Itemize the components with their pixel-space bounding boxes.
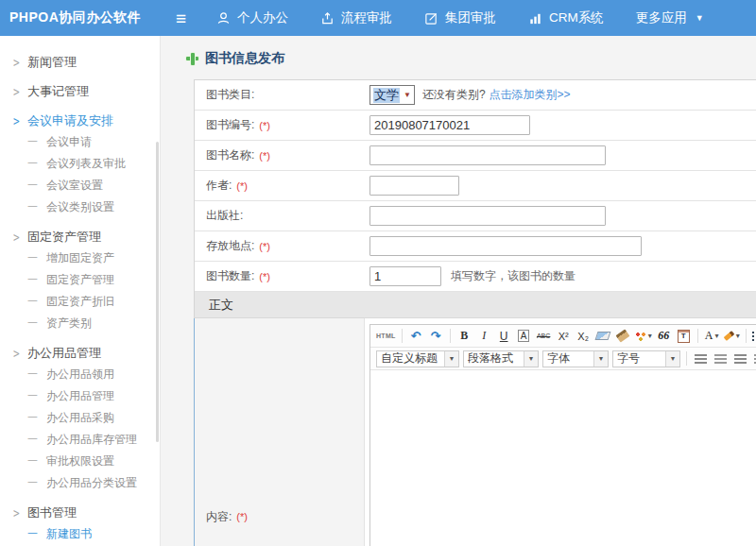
chevron-right-icon: > [13,55,27,71]
hamburger-menu-icon[interactable]: ≡ [168,9,194,27]
sidebar-item-9[interactable]: 一增加固定资产 [0,247,160,269]
align-left-icon[interactable] [693,350,709,367]
strikethrough-icon[interactable]: ABC [536,328,552,345]
sidebar-scrollbar[interactable] [156,142,159,442]
format-brush-icon[interactable] [615,328,631,345]
dash-icon: 一 [27,251,38,265]
ordered-list-icon[interactable]: ▾ [752,328,756,345]
sidebar-item-17[interactable]: 一办公用品库存管理 [0,429,160,451]
sidebar-item-4[interactable]: 一会议申请 [0,131,160,153]
topnav-item-1[interactable]: 个人办公 [216,9,288,26]
superscript-icon[interactable]: X² [556,328,572,345]
topnav-label: 流程审批 [341,9,392,26]
main-content: 图书信息发布 图书类目:文学▼还没有类别?点击添加类别>>图书编号:(*)图书名… [161,36,756,546]
app-logo: PHPOA协同办公软件 [0,9,163,26]
sidebar-item-20[interactable]: >图书管理 [0,503,160,523]
book-quantity-input[interactable] [369,266,441,286]
chevron-right-icon: > [13,84,27,100]
form-row-book-category: 图书类目:文学▼还没有类别?点击添加类别>> [195,80,756,111]
justify-icon[interactable] [752,350,756,367]
paragraph-format-select[interactable]: 段落格式▼ [463,350,539,367]
sidebar-item-2[interactable]: >大事记管理 [0,81,160,102]
sidebar-item-1[interactable]: >新闻管理 [0,52,160,73]
book-name-input[interactable] [369,145,606,165]
sidebar-item-label: 审批权限设置 [46,453,114,469]
form-value-cell [365,236,756,256]
editor-toolbar-row2: 自定义标题▼段落格式▼字体▼字号▼ [370,348,756,370]
required-mark: (*) [236,180,248,192]
toolbar-separator [746,329,747,343]
italic-icon[interactable]: I [476,328,492,345]
sidebar-item-15[interactable]: 一办公用品管理 [0,385,160,407]
underline-icon[interactable]: U [496,328,512,345]
book-form-table: 图书类目:文学▼还没有类别?点击添加类别>>图书编号:(*)图书名称:(*)作者… [194,79,756,546]
highlight-icon[interactable]: ▾ [724,328,740,345]
sidebar-item-label: 会议列表及审批 [46,156,126,172]
align-right-icon[interactable] [732,350,748,367]
sidebar-item-11[interactable]: 一固定资产折旧 [0,291,160,313]
sidebar-item-label: 固定资产管理 [46,272,114,288]
select-caret-icon: ▼ [444,351,458,367]
add-plus-icon [186,53,198,65]
storage-location-input[interactable] [369,236,642,256]
topnav-item-3[interactable]: 集团审批 [424,9,496,26]
color-palette-icon[interactable]: ▾ [635,328,652,345]
select-label: 自定义标题 [381,350,438,367]
form-label-cell: 出版社: [195,208,365,224]
sidebar-item-3[interactable]: >会议申请及安排 [0,111,160,131]
sidebar-item-13[interactable]: >办公用品管理 [0,343,160,364]
eraser-icon[interactable] [595,328,611,345]
html-source-icon[interactable]: HTML [376,328,396,345]
paste-text-icon[interactable]: T [676,328,692,345]
form-value-cell [365,176,756,196]
sidebar-item-label: 增加固定资产 [46,250,114,266]
sidebar-item-19[interactable]: 一办公用品分类设置 [0,472,160,494]
sidebar-item-6[interactable]: 一会议室设置 [0,175,160,196]
select-label: 字体 [547,350,570,367]
font-size-select[interactable]: 字号▼ [612,350,680,367]
sidebar-item-7[interactable]: 一会议类别设置 [0,196,160,218]
sidebar-item-16[interactable]: 一办公用品采购 [0,407,160,429]
form-row-author: 作者:(*) [195,171,756,201]
form-label-cell: 图书数量:(*) [195,268,365,284]
sidebar-item-12[interactable]: 一资产类别 [0,313,160,334]
sidebar-item-8[interactable]: >固定资产管理 [0,227,160,247]
topnav-item-5[interactable]: 更多应用▼ [636,9,704,26]
form-row-publisher: 出版社: [195,201,756,231]
sidebar-item-label: 会议申请及安排 [27,112,113,129]
custom-heading-select[interactable]: 自定义标题▼ [376,350,459,367]
dash-icon: 一 [27,273,38,287]
form-label: 图书类目: [206,87,254,103]
barchart-icon [528,11,542,26]
topnav-item-4[interactable]: CRM系统 [528,9,604,26]
sidebar-item-label: 大事记管理 [27,83,89,100]
dash-icon: 一 [27,367,38,382]
font-color-icon[interactable]: A▾ [704,328,720,345]
editor-content-area[interactable] [370,370,756,546]
undo-icon[interactable]: ↶ [408,328,424,345]
person-icon [216,11,231,26]
author-input[interactable] [369,176,459,196]
chevron-right-icon: > [13,505,27,521]
sidebar-item-18[interactable]: 一审批权限设置 [0,451,160,472]
book-number-input[interactable] [369,115,530,135]
top-nav-menu: 个人办公流程审批集团审批CRM系统更多应用▼ [216,9,736,26]
sidebar-item-label: 固定资产折旧 [46,294,114,310]
font-box-icon[interactable]: A [516,328,532,345]
font-family-select[interactable]: 字体▼ [542,350,609,367]
sidebar-item-21[interactable]: 一新建图书 [0,523,160,545]
sidebar-item-5[interactable]: 一会议列表及审批 [0,153,160,175]
blockquote-icon[interactable]: 66 [656,328,672,345]
sidebar-item-14[interactable]: 一办公用品领用 [0,364,160,385]
topnav-item-2[interactable]: 流程审批 [320,9,392,26]
publisher-input[interactable] [369,206,606,226]
bold-icon[interactable]: B [456,328,472,345]
required-mark: (*) [259,241,270,252]
redo-icon[interactable]: ↷ [428,328,444,345]
add-category-link[interactable]: 点击添加类别>> [490,87,571,103]
sidebar-item-10[interactable]: 一固定资产管理 [0,269,160,291]
form-label: 作者: [206,178,232,194]
subscript-icon[interactable]: X₂ [576,328,592,345]
book-category-select[interactable]: 文学▼ [369,85,415,105]
align-center-icon[interactable] [713,350,729,367]
